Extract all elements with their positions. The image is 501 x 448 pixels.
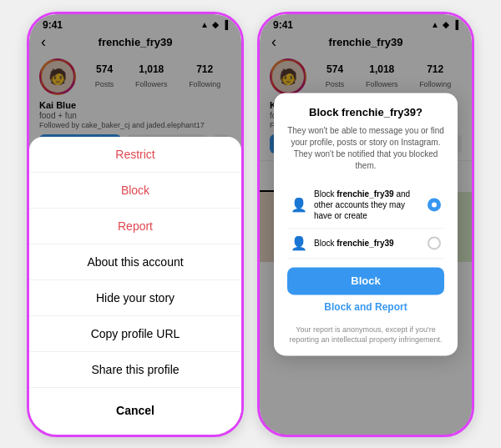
block-option-2[interactable]: 👤 Block frenchie_fry39 <box>287 229 444 259</box>
bottom-sheet-1: Restrict Block Report About this account… <box>29 137 241 435</box>
phone-2: 9:41 ▲ ◆ ▐ ‹ frenchie_fry39 🧑 574 Post <box>257 12 474 437</box>
sheet-item-copy-url[interactable]: Copy profile URL <box>29 316 241 352</box>
sheet-item-report[interactable]: Report <box>29 209 241 244</box>
block-dialog: Block frenchie_fry39? They won't be able… <box>274 93 458 355</box>
sheet-item-hide-story[interactable]: Hide your story <box>29 280 241 316</box>
sheet-item-share[interactable]: Share this profile <box>29 352 241 388</box>
sheet-cancel-button[interactable]: Cancel <box>29 393 241 428</box>
dialog-title: Block frenchie_fry39? <box>287 106 444 118</box>
block-option-2-label: Block frenchie_fry39 <box>314 238 421 249</box>
sheet-item-restrict[interactable]: Restrict <box>29 137 241 173</box>
sheet-item-block[interactable]: Block <box>29 173 241 209</box>
radio-unselected-2[interactable] <box>428 236 441 249</box>
block-option-1[interactable]: 👤 Block frenchie_fry39 and other account… <box>287 182 444 229</box>
dialog-footer: Your report is anonymous, except if you'… <box>287 325 444 345</box>
block-option-1-label: Block frenchie_fry39 and other accounts … <box>314 189 421 221</box>
person-icon-1: 👤 <box>291 197 307 213</box>
dialog-description: They won't be able to message you or fin… <box>287 125 444 172</box>
person-icon-2: 👤 <box>291 235 307 251</box>
radio-selected-1[interactable] <box>428 198 441 211</box>
phone-1: 9:41 ▲ ◆ ▐ ‹ frenchie_fry39 🧑 574 Post <box>27 12 244 437</box>
block-main-button[interactable]: Block <box>287 267 444 294</box>
sheet-item-about[interactable]: About this account <box>29 244 241 280</box>
block-report-button[interactable]: Block and Report <box>287 294 444 320</box>
